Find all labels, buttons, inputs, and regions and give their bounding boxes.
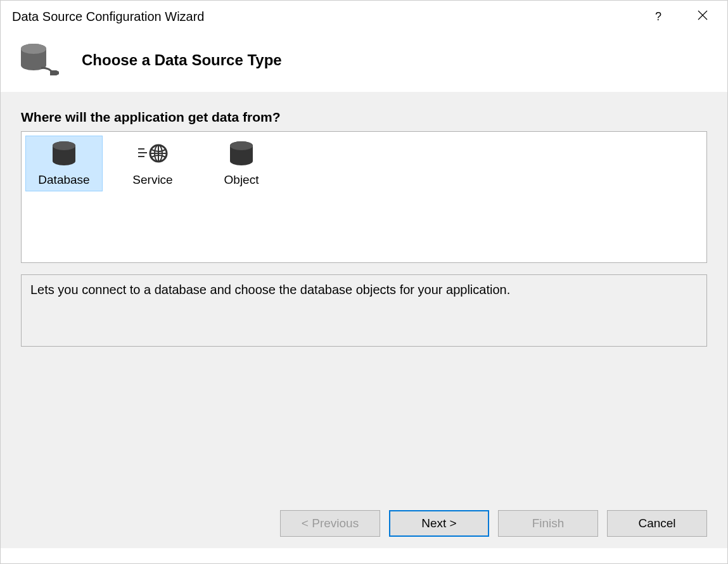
wizard-body: Where will the application get data from… xyxy=(1,92,727,548)
help-button[interactable]: ? xyxy=(644,2,673,31)
finish-button[interactable]: Finish xyxy=(498,510,598,537)
question-label: Where will the application get data from… xyxy=(21,110,707,125)
svg-rect-2 xyxy=(50,70,56,75)
help-icon: ? xyxy=(655,10,661,23)
option-label: Database xyxy=(38,173,89,187)
page-heading: Choose a Data Source Type xyxy=(82,51,282,69)
svg-point-4 xyxy=(53,141,75,150)
option-label: Object xyxy=(224,173,259,187)
database-icon xyxy=(50,138,78,169)
service-icon xyxy=(137,138,169,169)
close-button[interactable] xyxy=(688,2,717,31)
option-object[interactable]: Object xyxy=(203,136,280,191)
wizard-icon xyxy=(18,42,63,78)
wizard-header: Choose a Data Source Type xyxy=(1,32,727,92)
window-title: Data Source Configuration Wizard xyxy=(12,10,644,24)
previous-button[interactable]: < Previous xyxy=(280,510,380,537)
titlebar: Data Source Configuration Wizard ? xyxy=(1,1,727,32)
option-service[interactable]: Service xyxy=(114,136,191,191)
svg-rect-7 xyxy=(138,156,144,157)
wizard-buttons: < Previous Next > Finish Cancel xyxy=(280,510,707,537)
svg-rect-5 xyxy=(138,148,144,150)
object-icon xyxy=(227,138,255,169)
svg-rect-6 xyxy=(138,152,147,153)
svg-point-1 xyxy=(21,44,46,54)
option-database[interactable]: Database xyxy=(25,136,103,191)
cancel-button[interactable]: Cancel xyxy=(607,510,707,537)
source-type-list: Database Service xyxy=(21,131,707,263)
description-text: Lets you connect to a database and choos… xyxy=(21,274,707,347)
next-button[interactable]: Next > xyxy=(389,510,489,537)
svg-point-11 xyxy=(230,141,253,150)
close-icon xyxy=(698,10,708,23)
option-label: Service xyxy=(132,173,172,187)
